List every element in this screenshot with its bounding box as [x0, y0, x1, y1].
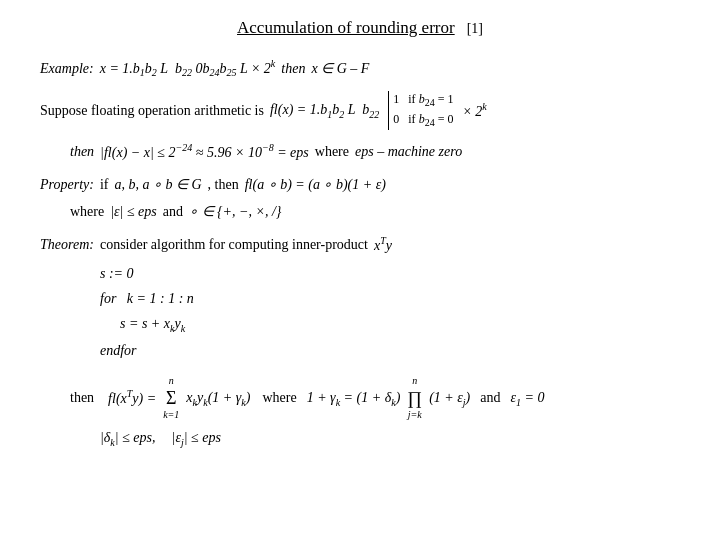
property-if: if [100, 174, 109, 196]
reference: [1] [467, 21, 483, 37]
fl-formula: fl(x) = 1.b1b2 L b22 [270, 99, 379, 123]
times-2k: × 2k [462, 99, 486, 123]
example-row: Example: x = 1.b1b2 L b22 0b24b25 L × 2k… [40, 56, 680, 81]
brace-cases: 1 if b24 = 1 0 if b24 = 0 [388, 91, 453, 130]
prod-pi: ∏ [407, 389, 422, 407]
prod-symbol: n ∏ j=k [407, 373, 422, 423]
page: Accumulation of rounding error [1] Examp… [0, 0, 720, 540]
abs-formula: |fl(x) − x| ≤ 2−24 ≈ 5.96 × 10−8 = eps [100, 140, 309, 164]
algorithm-block: s := 0 for k = 1 : 1 : n s = s + xkyk en… [100, 261, 680, 363]
then-3: then [70, 387, 94, 409]
bounds-row: |δk| ≤ eps, |εj| ≤ eps [100, 427, 680, 451]
xTy: xTy [374, 233, 392, 257]
then3-section: then fl(xTy) = n Σ k=1 xkyk(1 + γk) wher… [40, 373, 680, 451]
property-row1: Property: if a, b, a ∘ b ∈ G , then fl(a… [40, 174, 680, 196]
title-row: Accumulation of rounding error [1] [40, 18, 680, 38]
example-label: Example: [40, 58, 94, 80]
sum-upper: n [169, 373, 174, 389]
theorem-text: consider algorithm for computing inner-p… [100, 234, 368, 256]
then-2: then [70, 141, 94, 163]
prod-upper: n [412, 373, 417, 389]
then3-row: then fl(xTy) = n Σ k=1 xkyk(1 + γk) wher… [40, 373, 680, 423]
where-2: where [70, 201, 104, 223]
brace-case-2: 0 if b24 = 0 [393, 111, 453, 130]
then2-row: then |fl(x) − x| ≤ 2−24 ≈ 5.96 × 10−8 = … [70, 140, 680, 164]
algo-body: s = s + xkyk [120, 311, 680, 338]
theorem-section: Theorem: consider algorithm for computin… [40, 233, 680, 363]
example-math: x = 1.b1b2 L b22 0b24b25 L × 2k [100, 56, 276, 81]
abs-ej: |εj| ≤ eps [172, 427, 221, 451]
abs-delta: |δk| ≤ eps, [100, 427, 156, 451]
algo-for: for k = 1 : 1 : n [100, 286, 680, 311]
property-section: Property: if a, b, a ∘ b ∈ G , then fl(a… [40, 174, 680, 223]
suppose-section: Suppose floating operation arithmetic is… [40, 91, 680, 130]
property-set: a, b, a ∘ b ∈ G [114, 174, 201, 196]
property-label: Property: [40, 174, 94, 196]
where-1: where [315, 141, 349, 163]
op-set: ∘ ∈ {+, −, ×, /} [189, 201, 281, 223]
page-title: Accumulation of rounding error [237, 18, 455, 38]
prod-lower: j=k [408, 407, 422, 423]
property-then: , then [208, 174, 239, 196]
algo-s0: s := 0 [100, 261, 680, 286]
sum-sigma: Σ [166, 389, 176, 407]
and-2: and [480, 387, 500, 409]
brace-case-1: 1 if b24 = 1 [393, 91, 453, 110]
gamma-def: 1 + γk = (1 + δk) [307, 387, 401, 411]
fl-xTy-label: fl(xTy) = [108, 386, 156, 410]
property-row2: where |ε| ≤ eps and ∘ ∈ {+, −, ×, /} [70, 201, 680, 223]
property-fl: fl(a ∘ b) = (a ∘ b)(1 + ε) [245, 174, 386, 196]
sum-lower: k=1 [163, 407, 179, 423]
where-3: where [262, 387, 296, 409]
eps1-def: ε1 = 0 [510, 387, 544, 411]
prod-body: (1 + εj) [429, 387, 470, 411]
sum-symbol: n Σ k=1 [163, 373, 179, 423]
then-1: then [281, 58, 305, 80]
eps-def: eps – machine zero [355, 141, 462, 163]
theorem-row: Theorem: consider algorithm for computin… [40, 233, 680, 257]
sum-body: xkyk(1 + γk) [186, 387, 250, 411]
abs-eps: |ε| ≤ eps [110, 201, 157, 223]
then2-section: then |fl(x) − x| ≤ 2−24 ≈ 5.96 × 10−8 = … [70, 140, 680, 164]
x-in-set: x ∈ G – F [311, 58, 369, 80]
theorem-label: Theorem: [40, 234, 94, 256]
suppose-row: Suppose floating operation arithmetic is… [40, 91, 680, 130]
suppose-text: Suppose floating operation arithmetic is [40, 100, 264, 122]
and-1: and [163, 201, 183, 223]
example-section: Example: x = 1.b1b2 L b22 0b24b25 L × 2k… [40, 56, 680, 81]
algo-endfor: endfor [100, 338, 680, 363]
